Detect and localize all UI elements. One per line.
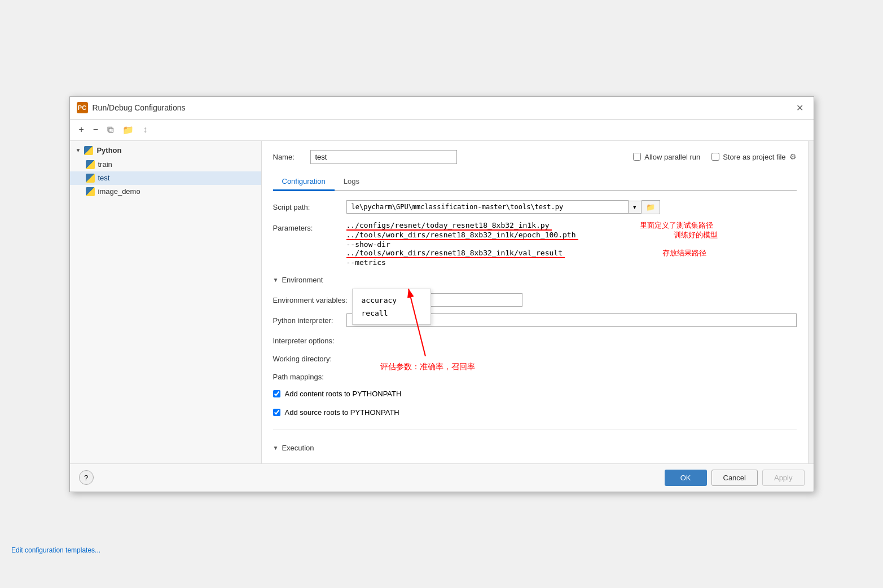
apply-button[interactable]: Apply [762, 470, 805, 486]
add-content-roots-label: Add content roots to PYTHONPATH [285, 390, 402, 398]
tab-logs[interactable]: Logs [335, 173, 368, 191]
pycharm-icon: PC [77, 102, 88, 113]
metrics-annotation-text: 评估参数：准确率，召回率 [380, 362, 475, 372]
sidebar-item-label: test [98, 174, 110, 182]
params-line-3-text: --show-dir [346, 240, 390, 249]
env-section-header[interactable]: ▼ Environment [273, 273, 323, 286]
add-button[interactable]: + [76, 123, 87, 136]
script-path-combo: ▾ 📁 [346, 200, 660, 214]
working-dir-label: Working directory: [273, 352, 341, 363]
env-label: Environment [282, 276, 323, 284]
execution-header[interactable]: ▼ Execution [273, 441, 797, 454]
python-interp-label: Python interpreter: [273, 313, 341, 325]
dialog-title: Run/Debug Configurations [93, 103, 186, 112]
script-path-input-area: ▾ 📁 [346, 200, 797, 214]
params-line-1-text: ../configs/resnet/today_resnet18_8xb32_i… [346, 221, 552, 231]
annotation-2: 训练好的模型 [674, 230, 718, 240]
script-path-input[interactable] [346, 200, 629, 214]
params-lines-container: ../configs/resnet/today_resnet18_8xb32_i… [346, 221, 797, 267]
name-input[interactable] [310, 150, 457, 164]
section-divider [273, 430, 797, 430]
tabs: Configuration Logs [273, 173, 797, 191]
sidebar-item-label: image_demo [98, 187, 140, 196]
toolbar: + − ⧉ 📁 ↕ [70, 120, 814, 141]
allow-parallel-label: Allow parallel run [644, 153, 700, 161]
sidebar: ▼ Python train test image_demo [70, 141, 262, 463]
store-project-label: Store as project file [723, 153, 785, 161]
script-folder-btn[interactable]: 📁 [642, 200, 660, 214]
help-button[interactable]: ? [79, 470, 94, 485]
add-content-roots-row: Add content roots to PYTHONPATH [273, 388, 797, 400]
bottom-bar: ? OK Cancel Apply [70, 463, 814, 492]
execution-label: Execution [282, 444, 314, 452]
sidebar-item-label: train [98, 160, 112, 169]
copy-button[interactable]: ⧉ [104, 123, 117, 136]
bottom-right: OK Cancel Apply [665, 470, 805, 486]
store-project-item: Store as project file ⚙ [711, 152, 796, 161]
tab-configuration[interactable]: Configuration [273, 173, 335, 191]
python-icon [84, 146, 93, 155]
params-line-5-text: --metrics [346, 258, 386, 267]
env-section-row: ▼ Environment [273, 273, 797, 286]
annotation-1: 里面定义了测试集路径 [640, 220, 713, 231]
env-expand-icon: ▼ [273, 277, 279, 283]
right-panel: Name: Allow parallel run Store as projec… [262, 141, 808, 463]
add-source-roots-label: Add source roots to PYTHONPATH [285, 408, 399, 417]
params-content-area: ../configs/resnet/today_resnet18_8xb32_i… [346, 221, 797, 267]
params-row: Parameters: ../configs/resnet/today_resn… [273, 221, 797, 267]
allow-parallel-checkbox[interactable] [633, 153, 641, 161]
env-vars-label: Environment variables: [273, 293, 348, 304]
arrow-annotation-svg [380, 277, 448, 356]
script-path-row: Script path: ▾ 📁 [273, 200, 797, 214]
python-group-header[interactable]: ▼ Python [70, 143, 261, 158]
python-icon [86, 187, 95, 196]
python-icon [86, 160, 95, 169]
ok-button[interactable]: OK [665, 470, 707, 486]
script-dropdown-btn[interactable]: ▾ [629, 201, 642, 214]
scrollbar[interactable] [808, 141, 814, 463]
remove-button[interactable]: − [90, 123, 102, 136]
script-path-label: Script path: [273, 200, 341, 211]
close-button[interactable]: ✕ [793, 101, 807, 114]
folder-button[interactable]: 📁 [119, 123, 137, 137]
gear-icon[interactable]: ⚙ [789, 152, 797, 161]
add-content-roots-checkbox[interactable] [273, 390, 280, 397]
interp-options-row: Interpreter options: [273, 334, 797, 345]
add-source-roots-row: Add source roots to PYTHONPATH [273, 406, 797, 418]
sidebar-item-train[interactable]: train [70, 158, 261, 171]
params-label: Parameters: [273, 221, 341, 232]
expand-icon: ▼ [76, 147, 81, 153]
store-project-checkbox[interactable] [711, 153, 719, 161]
params-line-1: ../configs/resnet/today_resnet18_8xb32_i… [346, 221, 797, 231]
python-icon [86, 174, 95, 183]
checkboxes-row: Allow parallel run Store as project file… [633, 152, 796, 161]
annotation-4: 存放结果路径 [662, 248, 706, 258]
params-line-3: --show-dir [346, 240, 797, 249]
title-bar: PC Run/Debug Configurations ✕ [70, 97, 814, 120]
execution-expand-icon: ▼ [273, 445, 279, 451]
sidebar-item-test[interactable]: test [70, 171, 261, 185]
python-group-label: Python [96, 146, 121, 154]
title-bar-left: PC Run/Debug Configurations [77, 102, 186, 113]
allow-parallel-item: Allow parallel run [633, 153, 700, 161]
svg-line-1 [408, 289, 425, 356]
main-content: ▼ Python train test image_demo [70, 141, 814, 463]
params-line-2-text: ../tools/work_dirs/resnet18_8xb32_in1k/e… [346, 231, 578, 240]
sidebar-item-image-demo[interactable]: image_demo [70, 185, 261, 198]
path-mappings-row: Path mappings: [273, 370, 797, 381]
python-group: ▼ Python train test image_demo [70, 141, 261, 201]
params-line-4: ../tools/work_dirs/resnet18_8xb32_in1k/v… [346, 249, 797, 258]
sort-button: ↕ [139, 123, 151, 136]
params-line-4-text: ../tools/work_dirs/resnet18_8xb32_in1k/v… [346, 249, 565, 258]
run-debug-dialog: PC Run/Debug Configurations ✕ + − ⧉ 📁 ↕ … [69, 96, 814, 492]
add-source-roots-checkbox[interactable] [273, 409, 280, 416]
path-mappings-label: Path mappings: [273, 370, 341, 381]
params-line-5: --metrics [346, 258, 797, 267]
params-line-2: ../tools/work_dirs/resnet18_8xb32_in1k/e… [346, 231, 797, 240]
cancel-button[interactable]: Cancel [711, 470, 758, 486]
name-row: Name: Allow parallel run Store as projec… [273, 150, 797, 164]
interp-options-label: Interpreter options: [273, 334, 341, 345]
name-label: Name: [273, 153, 301, 161]
config-form: Script path: ▾ 📁 Parameters: [273, 200, 797, 454]
working-dir-row: Working directory: [273, 352, 797, 363]
